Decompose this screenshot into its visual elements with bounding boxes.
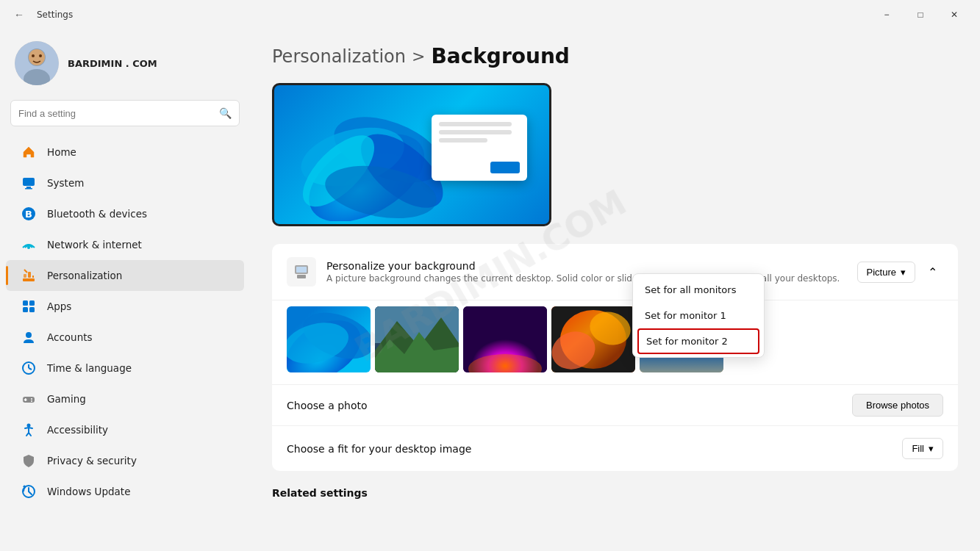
avatar <box>15 41 59 85</box>
svg-point-11 <box>27 246 30 249</box>
sidebar-label-time: Time & language <box>47 362 132 374</box>
sidebar-item-gaming[interactable]: Gaming <box>6 383 244 414</box>
sidebar-label-apps: Apps <box>47 300 71 312</box>
privacy-icon <box>21 453 37 469</box>
dialog-line-3 <box>439 138 487 143</box>
dialog-line-2 <box>439 130 512 134</box>
photo-thumb-2[interactable] <box>375 306 459 372</box>
sidebar-item-system[interactable]: System <box>6 168 244 198</box>
breadcrumb-current: Background <box>431 44 569 68</box>
breadcrumb-parent[interactable]: Personalization <box>272 46 406 67</box>
svg-line-16 <box>24 270 27 273</box>
search-container: 🔍 <box>0 100 250 137</box>
context-menu-item-monitor1[interactable]: Set for monitor 1 <box>633 303 764 328</box>
breadcrumb-separator: > <box>412 47 425 65</box>
sidebar-item-privacy[interactable]: Privacy & security <box>6 445 244 476</box>
minimize-button[interactable]: − <box>870 3 904 26</box>
context-menu-item-all[interactable]: Set for all monitors <box>633 277 764 303</box>
personalization-icon <box>21 267 37 284</box>
search-icon: 🔍 <box>219 107 232 119</box>
sidebar-item-time[interactable]: Time & language <box>6 353 244 383</box>
svg-rect-18 <box>29 300 35 306</box>
sidebar-label-personalization: Personalization <box>47 270 122 281</box>
sidebar-item-bluetooth[interactable]: B Bluetooth & devices <box>6 198 244 229</box>
preview-container <box>272 83 551 226</box>
personalize-title: Personalize your background <box>326 260 857 272</box>
sidebar-item-apps[interactable]: Apps <box>6 291 244 322</box>
sidebar-label-bluetooth: Bluetooth & devices <box>47 208 147 220</box>
svg-rect-7 <box>26 187 31 188</box>
sidebar-label-update: Windows Update <box>47 486 130 497</box>
user-profile[interactable]: BARDIMIN . COM <box>0 29 250 100</box>
related-settings-label: Related settings <box>272 480 958 506</box>
choose-photo-row: Choose a photo Browse photos <box>272 384 958 425</box>
svg-rect-8 <box>25 188 32 190</box>
dropdown-arrow-icon: ▾ <box>901 267 906 278</box>
dialog-button <box>490 162 520 173</box>
search-input[interactable] <box>18 108 213 119</box>
sidebar-item-accounts[interactable]: Accounts <box>6 322 244 353</box>
app-body: BARDIMIN . COM 🔍 Home <box>0 29 980 551</box>
sidebar-label-gaming: Gaming <box>47 393 86 405</box>
network-icon <box>21 237 37 253</box>
svg-rect-40 <box>297 275 306 278</box>
personalize-desc: A picture background changes the current… <box>326 273 857 284</box>
sidebar-item-update[interactable]: Windows Update <box>6 476 244 507</box>
svg-line-24 <box>29 368 32 370</box>
expand-button[interactable]: ⌃ <box>921 261 943 283</box>
personalize-text: Personalize your background A picture ba… <box>326 260 857 284</box>
svg-rect-14 <box>28 272 31 278</box>
apps-icon <box>21 298 37 314</box>
close-button[interactable]: ✕ <box>937 3 971 26</box>
system-icon <box>21 175 37 191</box>
fit-dropdown-arrow-icon: ▾ <box>929 443 934 454</box>
time-icon <box>21 360 37 376</box>
photo-thumb-4[interactable] <box>551 306 635 372</box>
gaming-icon <box>21 391 37 407</box>
personalize-control: Picture ▾ ⌃ <box>857 261 943 283</box>
sidebar-label-accounts: Accounts <box>47 331 93 343</box>
update-icon <box>21 483 37 500</box>
svg-rect-15 <box>32 276 34 278</box>
search-box: 🔍 <box>10 100 240 126</box>
user-name: BARDIMIN . COM <box>68 58 157 69</box>
context-menu-item-monitor2[interactable]: Set for monitor 2 <box>637 328 759 354</box>
svg-rect-27 <box>24 400 27 401</box>
sidebar-item-network[interactable]: Network & internet <box>6 229 244 260</box>
app-title: Settings <box>37 10 73 20</box>
sidebar-item-home[interactable]: Home <box>6 137 244 168</box>
photo-thumb-1[interactable] <box>287 306 371 372</box>
svg-text:B: B <box>25 209 32 220</box>
accounts-icon <box>21 329 37 345</box>
sidebar-nav: Home System B <box>0 137 250 507</box>
fit-row: Choose a fit for your desktop image Fill… <box>272 425 958 471</box>
sidebar: BARDIMIN . COM 🔍 Home <box>0 29 250 551</box>
maximize-button[interactable]: □ <box>904 3 937 26</box>
svg-point-21 <box>26 332 32 338</box>
svg-rect-6 <box>23 178 35 186</box>
fit-dropdown[interactable]: Fill ▾ <box>902 438 943 459</box>
home-icon <box>21 144 37 160</box>
fit-value: Fill <box>912 443 924 454</box>
sidebar-label-accessibility: Accessibility <box>47 424 108 436</box>
photo-thumb-3[interactable] <box>463 306 547 372</box>
sidebar-item-personalization[interactable]: Personalization <box>6 260 244 291</box>
photo-grid <box>272 300 958 384</box>
back-button[interactable]: ← <box>9 4 29 25</box>
svg-point-29 <box>31 400 32 402</box>
choose-photo-label: Choose a photo <box>287 400 852 411</box>
sidebar-label-network: Network & internet <box>47 239 142 251</box>
sidebar-item-accessibility[interactable]: Accessibility <box>6 414 244 445</box>
picture-label: Picture <box>867 267 896 278</box>
preview-desktop <box>274 85 549 224</box>
title-bar: ← Settings − □ ✕ <box>0 0 980 29</box>
browse-photos-button[interactable]: Browse photos <box>852 394 943 417</box>
sidebar-label-home: Home <box>47 146 76 158</box>
svg-rect-39 <box>296 267 307 273</box>
accessibility-icon <box>21 422 37 438</box>
context-menu: Set for all monitors Set for monitor 1 S… <box>632 273 765 358</box>
personalize-row: Personalize your background A picture ba… <box>272 244 958 300</box>
svg-point-28 <box>31 398 32 400</box>
picture-dropdown[interactable]: Picture ▾ <box>857 262 915 283</box>
content-area: Personalization > Background <box>250 29 980 551</box>
